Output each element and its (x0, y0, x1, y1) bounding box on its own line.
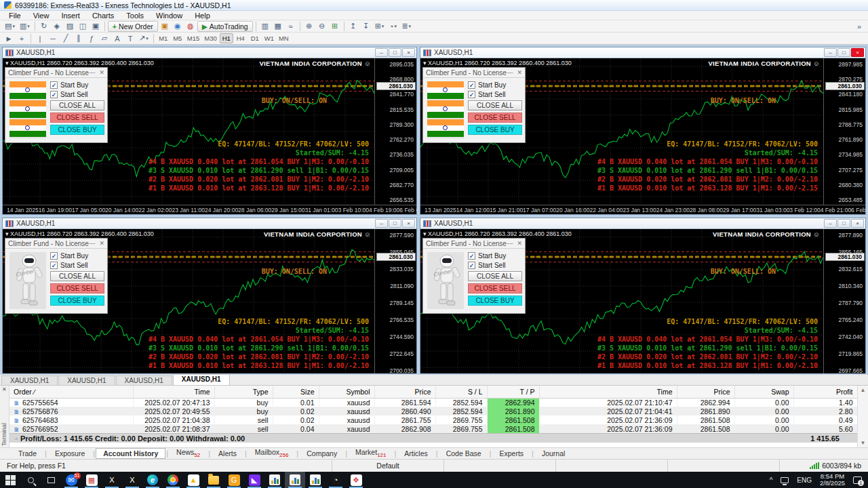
mt4-app-1-button[interactable] (264, 472, 285, 488)
menu-window[interactable]: Window (150, 11, 189, 20)
channel-icon[interactable]: ∥ (73, 33, 85, 44)
fibonacci-icon[interactable]: ƒ (85, 33, 98, 44)
chart-plot-area[interactable]: ▾ XAUUSD,H1 2860.720 2863.392 2860.400 2… (420, 229, 823, 373)
language-indicator[interactable]: ENG (793, 472, 815, 488)
column-header-price[interactable]: Price (677, 386, 734, 398)
timeframe-m30[interactable]: M30 (202, 33, 218, 43)
start-button[interactable] (0, 472, 20, 488)
column-header-sl[interactable]: S / L (435, 386, 487, 398)
calendar-app-button[interactable]: ▦ (81, 472, 102, 488)
column-header-price[interactable]: Price (374, 386, 435, 398)
chart-ohlc-header[interactable]: ▾ XAUUSD,H1 2860.720 2863.392 2860.400 2… (5, 230, 154, 237)
chart-close-button[interactable]: × (851, 219, 864, 228)
menu-file[interactable]: File (3, 11, 27, 20)
history-row[interactable]: 🗎6257669522025.02.07 21:08:37sell0.04xau… (9, 424, 857, 433)
start-sell-checkbox[interactable]: ✓ Start Sell (468, 262, 522, 269)
terminal-tab-articles[interactable]: Articles (397, 448, 435, 459)
new-chart-icon[interactable]: ▤▾ (3, 21, 17, 32)
ea-minimize-icon[interactable]: — (89, 240, 95, 247)
tile-windows-icon[interactable]: ◫ (77, 21, 89, 32)
chart-ohlc-header[interactable]: ▾ XAUUSD,H1 2860.720 2863.392 2860.400 2… (423, 60, 572, 66)
terminal-tab-alerts[interactable]: Alerts (211, 448, 244, 459)
start-sell-checkbox[interactable]: ✓ Start Sell (50, 262, 104, 269)
history-row[interactable]: 🗎6257646832025.02.07 21:04:38sell0.02xau… (9, 415, 857, 424)
ea-minimize-icon[interactable]: — (507, 240, 513, 247)
notification-center-button[interactable]: 1 (850, 472, 865, 488)
ea-minimize-icon[interactable]: — (507, 69, 513, 76)
mt4-app-2-button[interactable] (285, 472, 305, 488)
chart-minimize-button[interactable]: – (375, 219, 388, 228)
timeframe-h4[interactable]: H4 (234, 33, 248, 43)
column-header-time[interactable]: Time (539, 386, 677, 398)
timeframe-w1[interactable]: W1 (262, 33, 276, 43)
timeframe-m1[interactable]: M1 (157, 33, 170, 43)
close-all-button[interactable]: CLOSE ALL (468, 100, 522, 110)
close-buy-button[interactable]: CLOSE BUY (50, 125, 104, 135)
terminal-close-icon[interactable]: ✕ (2, 386, 7, 392)
ea-close-icon[interactable]: ✕ (99, 69, 104, 76)
autotrading-button[interactable]: ▶AutoTrading (197, 21, 253, 32)
history-row[interactable]: 🗎6257568762025.02.07 20:49:55buy0.02xauu… (9, 407, 857, 415)
zoom-in-icon[interactable]: ⊕ (303, 21, 315, 32)
time-axis[interactable]: 13 Jan 202514 Jan 12:0015 Jan 21:0017 Ja… (420, 205, 865, 214)
close-sell-button[interactable]: CLOSE SELL (50, 113, 104, 123)
text-label-icon[interactable]: T (124, 33, 136, 44)
google-drive-button[interactable]: ▲ (183, 472, 203, 488)
period-clock-icon[interactable]: ◔▾ (387, 21, 399, 32)
tray-chevron-icon[interactable]: ^ (766, 472, 776, 488)
menu-tools[interactable]: Tools (120, 11, 150, 20)
terminal-tab-mailbox[interactable]: Mailbox256 (248, 447, 296, 460)
column-header-tp[interactable]: T / P (487, 386, 539, 398)
capcut-2-app-button[interactable]: X (122, 472, 142, 488)
chart-minimize-button[interactable]: – (375, 48, 388, 57)
close-all-button[interactable]: CLOSE ALL (50, 100, 104, 110)
tray-clock[interactable]: 8:54 PM 2/8/2025 (816, 472, 848, 488)
close-buy-button[interactable]: CLOSE BUY (468, 296, 522, 306)
terminal-tab-market[interactable]: Market121 (348, 447, 393, 460)
terminal-tab-code-base[interactable]: Code Base (439, 448, 489, 459)
chart-plot-area[interactable]: ▾ XAUUSD,H1 2860.720 2863.392 2860.400 2… (3, 58, 374, 205)
start-buy-checkbox[interactable]: ✓ Start Buy (50, 252, 104, 260)
vertical-line-icon[interactable]: | (34, 33, 46, 44)
arrows-icon[interactable]: ↗▾ (137, 33, 151, 44)
terminal-tab-journal[interactable]: Journal (534, 448, 572, 459)
idm-app-button[interactable]: G (224, 472, 244, 488)
price-axis[interactable]: 2861.030 2897.9852870.2752843.1802815.98… (823, 58, 865, 205)
line-chart-icon[interactable]: ≈ (285, 21, 297, 32)
chart-tab-4[interactable]: XAUUSD,H1 (173, 374, 230, 385)
status-profile[interactable]: Default (332, 460, 444, 472)
chart-restore-button[interactable]: □ (389, 219, 401, 228)
mail-app-button[interactable]: ✉51 (61, 472, 81, 488)
chart-restore-button[interactable]: □ (389, 48, 401, 57)
close-all-button[interactable]: CLOSE ALL (468, 271, 522, 281)
menu-insert[interactable]: Insert (55, 11, 86, 20)
profiles-icon[interactable]: ▥▾ (18, 21, 32, 32)
column-header-order[interactable]: Order ∕ (9, 386, 133, 398)
ea-close-icon[interactable]: ✕ (517, 69, 522, 76)
chart-restore-button[interactable]: □ (837, 48, 850, 57)
community-icon[interactable]: ◉ (172, 21, 184, 32)
ea-close-icon[interactable]: ✕ (99, 240, 104, 247)
crosshair-icon[interactable]: + (16, 33, 28, 44)
chart-close-button[interactable]: × (851, 48, 864, 57)
candlestick-chart-icon[interactable]: ▦ (272, 21, 284, 32)
scroll-up-icon[interactable]: ▲ (861, 387, 866, 393)
timeframe-h1[interactable]: H1 (220, 33, 233, 43)
price-axis[interactable]: 2861.030 2877.8902855.1652832.6152810.34… (823, 229, 865, 373)
network-icon[interactable] (777, 472, 792, 488)
photos-app-button[interactable]: ❖ (346, 472, 366, 488)
timeframe-mn[interactable]: MN (277, 33, 291, 43)
window-magnify-icon[interactable]: ▣ (90, 21, 102, 32)
media-app-button[interactable]: ◣ (244, 472, 264, 488)
timeframe-m5[interactable]: M5 (171, 33, 184, 43)
close-buy-button[interactable]: CLOSE BUY (50, 296, 104, 306)
chart-restore-button[interactable]: □ (837, 219, 850, 228)
chart-window-titlebar[interactable]: XAUUSD,H1 – □ × (3, 218, 416, 229)
price-axis[interactable]: 2861.030 2877.5902855.0452833.0352811.09… (374, 229, 416, 373)
chart-window-titlebar[interactable]: XAUUSD,H1 – □ × (3, 47, 416, 58)
terminal-tab-company[interactable]: Company (299, 448, 344, 459)
zoom-out-icon[interactable]: ⊖ (316, 21, 328, 32)
horizontal-line-icon[interactable]: ─ (47, 33, 59, 44)
timeframe-d1[interactable]: D1 (248, 33, 262, 43)
column-header-profit[interactable]: Profit (793, 386, 857, 398)
